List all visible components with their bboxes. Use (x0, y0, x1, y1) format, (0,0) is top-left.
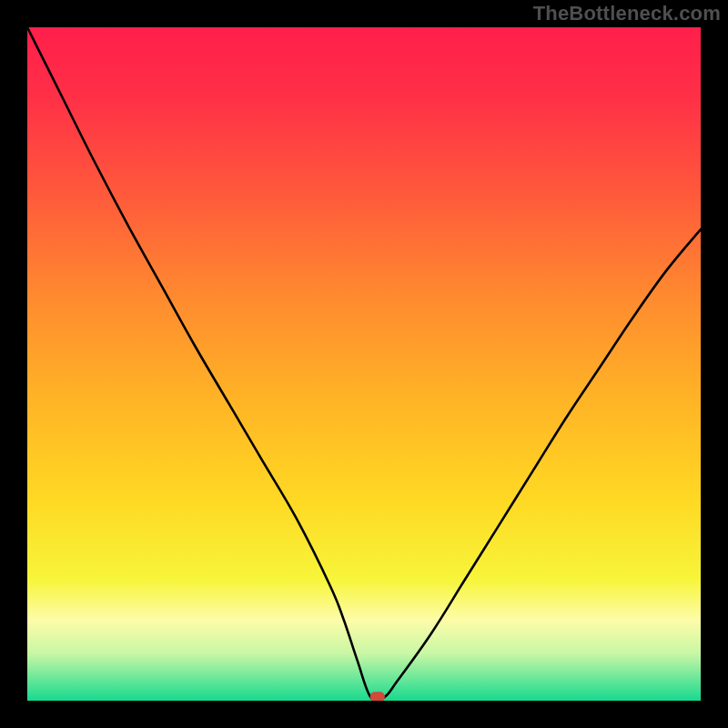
chart-frame: TheBottleneck.com (0, 0, 728, 728)
plot-area (27, 27, 701, 701)
optimal-marker (370, 692, 385, 701)
chart-svg (27, 27, 701, 701)
watermark-text: TheBottleneck.com (533, 2, 721, 25)
gradient-rect (27, 27, 701, 701)
